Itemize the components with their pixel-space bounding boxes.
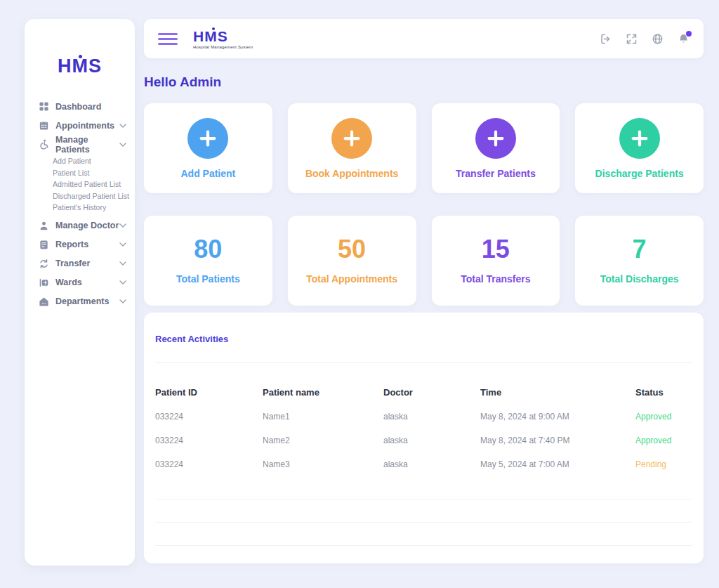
add-patient-card[interactable]: Add Patient [144, 103, 272, 193]
sidebar-item-reports[interactable]: Reports [25, 235, 135, 254]
header-logo-text: HMS [193, 29, 253, 44]
sidebar-logo-text: HMS [58, 55, 102, 77]
cell-patient-name: Name3 [263, 459, 383, 469]
sidebar-item-appointments[interactable]: Appointments [25, 116, 135, 135]
sidebar-subitem-discharged-patient-list[interactable]: Discharged Patient List [25, 190, 135, 202]
logo-dot [212, 27, 215, 30]
top-header: HMS Hospital Management System [144, 19, 704, 58]
chevron-down-icon [119, 223, 126, 228]
subitem-label: Admitted Patient List [53, 180, 121, 188]
header-icons [600, 33, 690, 45]
person-icon [39, 220, 50, 231]
hamburger-menu-icon[interactable] [158, 30, 178, 48]
status-badge: Approved [635, 412, 692, 422]
stat-cards-row: 80 Total Patients 50 Total Appointments … [144, 216, 704, 306]
total-discharges-card: 7 Total Discharges [575, 216, 704, 306]
cell-patient-id: 033224 [155, 436, 263, 445]
recent-activities-card: Recent Activities Patient ID Patient nam… [144, 313, 704, 563]
cell-doctor: alaska [383, 412, 480, 422]
sidebar-item-wards[interactable]: Wards [25, 273, 135, 292]
column-header-patient-name: Patient name [263, 387, 383, 398]
stat-value: 50 [338, 237, 366, 262]
calendar-icon [39, 120, 50, 131]
action-card-label: Discharge Patients [595, 168, 684, 179]
fullscreen-icon[interactable] [626, 33, 638, 45]
stat-label: Total Patients [176, 273, 240, 285]
stat-label: Total Discharges [600, 273, 679, 285]
subitem-label: Patient's History [53, 203, 106, 211]
table-body: 033224 Name1 alaska May 8, 2024 at 9:00 … [155, 405, 692, 476]
table-row: 033224 Name1 alaska May 8, 2024 at 9:00 … [155, 405, 692, 429]
subitem-label: Patient List [53, 169, 89, 177]
sidebar-item-dashboard[interactable]: Dashboard [25, 97, 135, 116]
transfer-patients-card[interactable]: Transfer Patients [432, 103, 560, 193]
column-header-time: Time [480, 387, 635, 398]
stat-value: 15 [482, 237, 510, 262]
table-row: 033224 Name2 alaska May 8, 2024 at 7:40 … [155, 429, 692, 452]
sidebar-item-manage-patients[interactable]: Manage Patients [25, 135, 135, 154]
sidebar-item-transfer[interactable]: Transfer [25, 254, 135, 273]
total-appointments-card: 50 Total Appointments [288, 216, 416, 306]
empty-row [155, 499, 692, 523]
column-header-patient-id: Patient ID [155, 387, 263, 398]
globe-icon[interactable] [652, 33, 664, 45]
book-appointments-card[interactable]: Book Appointments [288, 103, 416, 193]
main-content: HMS Hospital Management System Hello Adm… [144, 19, 704, 563]
plus-icon [619, 118, 660, 159]
divider [155, 362, 692, 363]
total-patients-card: 80 Total Patients [144, 216, 272, 306]
sidebar-subitem-patient-list[interactable]: Patient List [25, 167, 135, 179]
sidebar-item-departments[interactable]: Departments [25, 292, 135, 311]
sidebar-item-manage-doctor[interactable]: Manage Doctor [25, 216, 135, 235]
stat-value: 7 [633, 237, 647, 262]
sidebar-item-label: Departments [55, 296, 109, 306]
empty-table-rows [155, 476, 692, 546]
plus-icon [331, 118, 372, 159]
action-card-label: Add Patient [180, 168, 235, 179]
sidebar: HMS Dashboard Appointments Manage Patien… [25, 19, 135, 566]
sidebar-item-label: Dashboard [55, 102, 101, 112]
action-card-label: Book Appointments [305, 168, 398, 179]
header-logo: HMS Hospital Management System [193, 29, 253, 49]
sidebar-subitem-add-patient[interactable]: Add Patient [25, 155, 135, 167]
cell-patient-name: Name2 [263, 436, 383, 445]
empty-row [155, 476, 692, 499]
sidebar-item-label: Reports [55, 240, 88, 249]
cell-time: May 5, 2024 at 7:00 AM [480, 459, 635, 469]
hospital-bed-icon [39, 277, 50, 288]
chevron-down-icon [119, 124, 126, 128]
manage-patients-submenu: Add Patient Patient List Admitted Patien… [25, 154, 135, 216]
chevron-down-icon [119, 299, 126, 303]
cell-patient-id: 033224 [155, 459, 263, 469]
wheelchair-icon [39, 139, 50, 150]
cell-doctor: alaska [383, 459, 480, 469]
sidebar-item-label: Transfer [55, 259, 90, 268]
plus-icon [475, 118, 516, 159]
cell-patient-name: Name1 [263, 412, 383, 422]
stat-label: Total Appointments [306, 273, 397, 285]
logo-dot [79, 55, 82, 58]
action-card-label: Transfer Patients [456, 168, 536, 179]
sidebar-subitem-admitted-patient-list[interactable]: Admitted Patient List [25, 178, 135, 190]
stat-label: Total Transfers [461, 273, 530, 285]
sidebar-item-label: Manage Patients [55, 135, 119, 155]
subitem-label: Discharged Patient List [53, 192, 129, 200]
discharge-patients-card[interactable]: Discharge Patients [575, 103, 704, 193]
cell-time: May 8, 2024 at 9:00 AM [480, 412, 635, 422]
cell-doctor: alaska [383, 436, 480, 445]
sidebar-subitem-patients-history[interactable]: Patient's History [25, 202, 135, 214]
column-header-status: Status [635, 387, 692, 398]
table-header-row: Patient ID Patient name Doctor Time Stat… [155, 387, 692, 398]
sidebar-logo: HMS [25, 55, 135, 77]
header-logo-subtitle: Hospital Management System [193, 45, 253, 49]
logout-icon[interactable] [600, 33, 612, 45]
stat-value: 80 [194, 237, 222, 262]
chevron-down-icon [119, 261, 126, 266]
notification-badge [686, 31, 692, 37]
building-icon [39, 296, 50, 307]
bell-icon[interactable] [678, 33, 690, 45]
sidebar-item-label: Wards [55, 277, 82, 287]
chevron-down-icon [119, 280, 126, 285]
total-transfers-card: 15 Total Transfers [432, 216, 560, 306]
sidebar-item-label: Manage Doctor [55, 221, 119, 230]
